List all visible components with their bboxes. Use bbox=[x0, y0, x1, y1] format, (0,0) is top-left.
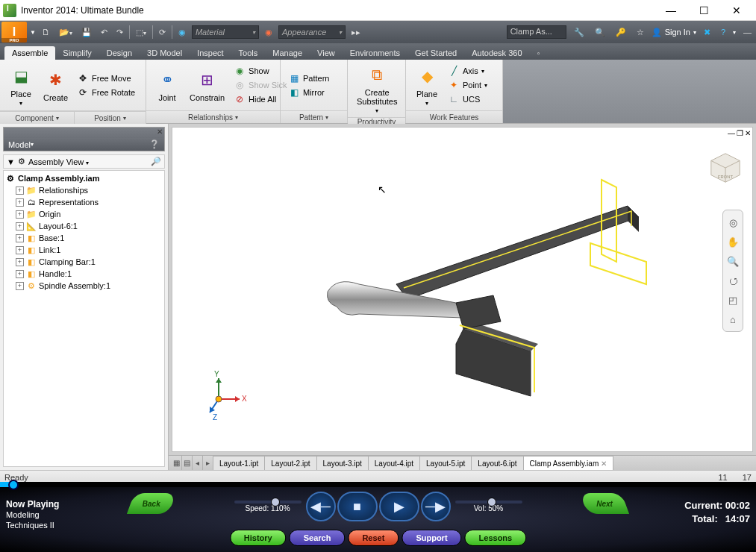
help-icon[interactable]: ? bbox=[718, 26, 728, 38]
cascade-icon[interactable]: ▤ bbox=[182, 456, 193, 470]
create-button[interactable]: ✱Create bbox=[39, 66, 72, 104]
tree-node[interactable]: +◧Clamping Bar:1 bbox=[16, 256, 163, 268]
constrain-button[interactable]: ⊞Constrain bbox=[185, 66, 229, 104]
tree-node[interactable]: +📁Relationships bbox=[16, 184, 163, 196]
pattern-button[interactable]: ▦Pattern bbox=[285, 72, 332, 85]
volume-slider[interactable]: Vol: 50% bbox=[455, 501, 522, 512]
assembly-view-dropdown[interactable]: Assembly View ▾ bbox=[28, 157, 89, 166]
redo-button[interactable]: ↷ bbox=[113, 26, 126, 39]
more-icon[interactable]: ▸▸ bbox=[349, 26, 363, 39]
tab-prev-icon[interactable]: ◂ bbox=[193, 456, 203, 470]
doc-tab-active[interactable]: Clamp Assembly.iam ✕ bbox=[523, 456, 614, 470]
viewport-restore-icon[interactable]: ❐ bbox=[737, 129, 743, 137]
filter-icon[interactable]: ▼ bbox=[7, 157, 15, 166]
expand-icon[interactable]: + bbox=[16, 282, 24, 290]
search-button[interactable]: Search bbox=[290, 530, 346, 546]
collapse-ribbon-icon[interactable]: — bbox=[740, 26, 755, 38]
tab-simplify[interactable]: Simplify bbox=[55, 46, 99, 60]
tree-node[interactable]: +📁Origin bbox=[16, 208, 163, 220]
browser-header[interactable]: Model▾❔ bbox=[4, 138, 164, 151]
tab-addin-bullet[interactable]: ◦ bbox=[530, 46, 548, 60]
stop-button[interactable]: ■ bbox=[337, 492, 378, 521]
tree-root[interactable]: ⚙Clamp Assembly.iam bbox=[5, 172, 163, 184]
point-button[interactable]: ✦Point ▾ bbox=[445, 78, 490, 92]
3d-viewport[interactable]: — ❐ ✕ FRONT ◎ ✋ 🔍 ⭯ ◰ ⌂ ↖ bbox=[172, 127, 753, 452]
tree-node[interactable]: +⚙Spindle Assembly:1 bbox=[16, 280, 163, 292]
tile-icon[interactable]: ▦ bbox=[172, 456, 182, 470]
material-swatch-icon[interactable]: ◉ bbox=[175, 26, 189, 39]
appearance-swatch-icon[interactable]: ◉ bbox=[262, 26, 275, 39]
key-icon[interactable]: 🔑 bbox=[613, 26, 629, 39]
find-icon[interactable]: 🔎 bbox=[151, 157, 161, 166]
favorite-icon[interactable]: ☆ bbox=[634, 26, 647, 39]
speed-slider[interactable]: Speed: 110% bbox=[234, 501, 302, 512]
tab-view[interactable]: View bbox=[310, 46, 343, 60]
search-box[interactable]: Clamp As... bbox=[507, 25, 566, 39]
plane-button[interactable]: ◆Plane▾ bbox=[410, 63, 443, 108]
new-button[interactable]: 🗋 bbox=[39, 26, 53, 38]
doc-tab[interactable]: Layout-3.ipt bbox=[316, 456, 369, 470]
pan-icon[interactable]: ✋ bbox=[725, 234, 740, 249]
model-tree[interactable]: ⚙Clamp Assembly.iam +📁Relationships +🗂Re… bbox=[3, 170, 165, 467]
tab-get-started[interactable]: Get Started bbox=[407, 46, 464, 60]
expand-icon[interactable]: + bbox=[16, 270, 24, 278]
lookat-icon[interactable]: ◰ bbox=[725, 292, 740, 307]
search-icon[interactable]: 🔍 bbox=[592, 26, 608, 39]
expand-icon[interactable]: + bbox=[16, 246, 24, 254]
tab-close-icon[interactable]: ✕ bbox=[601, 460, 607, 468]
maximize-button[interactable]: ☐ bbox=[687, 0, 720, 21]
tab-autodesk-360[interactable]: Autodesk 360 bbox=[464, 46, 529, 60]
tab-next-icon[interactable]: ▸ bbox=[203, 456, 213, 470]
group-relationships[interactable]: Relationships▾ bbox=[146, 110, 280, 123]
save-button[interactable]: 💾 bbox=[78, 26, 95, 39]
exchange-icon[interactable]: ✖ bbox=[701, 26, 713, 39]
next-track-button[interactable]: ─▶ bbox=[421, 492, 451, 521]
close-button[interactable]: ✕ bbox=[720, 0, 753, 21]
history-button[interactable]: History bbox=[230, 530, 287, 546]
undo-button[interactable]: ↶ bbox=[98, 26, 110, 39]
viewport-minimize-icon[interactable]: — bbox=[728, 129, 735, 137]
tab-manage[interactable]: Manage bbox=[265, 46, 310, 60]
tab-environments[interactable]: Environments bbox=[343, 46, 407, 60]
doc-tab[interactable]: Layout-2.ipt bbox=[264, 456, 316, 470]
expand-icon[interactable]: + bbox=[16, 234, 24, 242]
lessons-button[interactable]: Lessons bbox=[465, 530, 527, 546]
group-component-label[interactable]: Component▾ bbox=[0, 111, 75, 124]
support-button[interactable]: Support bbox=[402, 530, 461, 546]
tree-node[interactable]: +◧Link:1 bbox=[16, 244, 163, 256]
ucs-button[interactable]: ∟UCS bbox=[445, 92, 490, 106]
tree-node[interactable]: +◧Handle:1 bbox=[16, 268, 163, 280]
signin-button[interactable]: 👤Sign In▾ bbox=[652, 28, 696, 37]
app-menu-dropdown[interactable]: ▼ bbox=[30, 29, 36, 36]
free-move-button[interactable]: ✥Free Move bbox=[74, 72, 138, 85]
group-position-label[interactable]: Position▾ bbox=[75, 111, 146, 124]
mirror-button[interactable]: ◧Mirror bbox=[285, 86, 332, 99]
app-logo[interactable]: IPRO bbox=[1, 22, 27, 43]
tab-assemble[interactable]: Assemble bbox=[4, 46, 55, 60]
expand-icon[interactable]: + bbox=[16, 210, 24, 219]
doc-tab[interactable]: Layout-1.ipt bbox=[213, 456, 265, 470]
steering-wheel-icon[interactable]: ◎ bbox=[725, 215, 740, 230]
viewport-close-icon[interactable]: ✕ bbox=[745, 129, 751, 137]
scrub-bar[interactable] bbox=[0, 482, 756, 487]
tab-tools[interactable]: Tools bbox=[231, 46, 266, 60]
free-rotate-button[interactable]: ⟳Free Rotate bbox=[74, 86, 138, 99]
browser-close-icon[interactable]: ✕ bbox=[157, 128, 163, 138]
play-button[interactable]: ▶ bbox=[379, 492, 419, 521]
orbit-icon[interactable]: ⭯ bbox=[725, 273, 740, 288]
axis-button[interactable]: ╱Axis ▾ bbox=[445, 64, 490, 78]
select-button[interactable]: ⬚▾ bbox=[133, 26, 149, 39]
doc-tab[interactable]: Layout-4.ipt bbox=[368, 456, 420, 470]
create-substitutes-button[interactable]: ⧉Create Substitutes▾ bbox=[352, 61, 402, 116]
doc-tab[interactable]: Layout-6.ipt bbox=[471, 456, 523, 470]
joint-button[interactable]: ⚭Joint bbox=[151, 66, 184, 104]
tree-node[interactable]: +📐Layout-6:1 bbox=[16, 220, 163, 232]
tab-design[interactable]: Design bbox=[99, 46, 140, 60]
reset-button[interactable]: Reset bbox=[348, 530, 399, 546]
back-button[interactable]: Back bbox=[127, 493, 176, 514]
tree-node[interactable]: +◧Base:1 bbox=[16, 232, 163, 244]
appearance-combo[interactable]: Appearance▾ bbox=[278, 25, 346, 39]
expand-icon[interactable]: + bbox=[16, 222, 24, 230]
minimize-button[interactable]: — bbox=[655, 0, 687, 21]
viewcube[interactable]: FRONT bbox=[707, 150, 743, 186]
